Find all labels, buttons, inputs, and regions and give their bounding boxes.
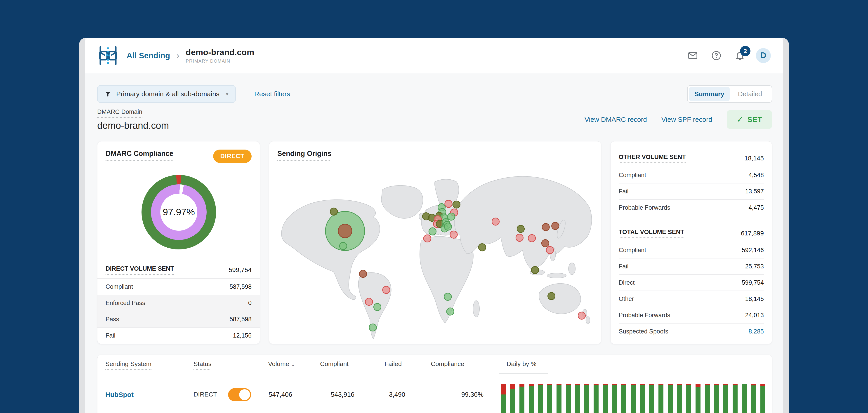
daily-bar[interactable] <box>733 384 738 413</box>
help-icon[interactable] <box>711 51 721 61</box>
mail-icon[interactable] <box>688 51 698 61</box>
direct-volume-stats: DIRECT VOLUME SENT 599,754 Compliant 587… <box>97 262 260 343</box>
origin-dot[interactable] <box>374 304 381 311</box>
user-avatar[interactable]: D <box>756 48 771 63</box>
daily-bar[interactable] <box>668 384 673 413</box>
col-daily-by-pct[interactable]: Daily by % <box>506 360 536 368</box>
reset-filters-link[interactable]: Reset filters <box>254 90 290 98</box>
origin-dot[interactable] <box>542 223 549 231</box>
daily-bar[interactable] <box>566 384 571 413</box>
origin-dot[interactable] <box>447 308 454 315</box>
daily-bar[interactable] <box>640 384 645 413</box>
stat-row: Fail 12,156 <box>97 327 260 343</box>
daily-bar[interactable] <box>557 384 561 413</box>
daily-bar[interactable] <box>695 384 701 413</box>
daily-bar[interactable] <box>529 384 534 413</box>
stat-label: Other <box>619 295 634 303</box>
view-spf-record-link[interactable]: View SPF record <box>661 116 712 123</box>
view-dmarc-record-link[interactable]: View DMARC record <box>585 116 647 123</box>
origin-dot[interactable] <box>552 222 559 229</box>
tab-summary[interactable]: Summary <box>689 87 730 101</box>
origin-dot[interactable] <box>528 234 535 242</box>
tab-detailed[interactable]: Detailed <box>730 87 770 101</box>
enforcement-toggle[interactable] <box>228 388 251 401</box>
col-status[interactable]: Status <box>193 360 211 370</box>
origin-dot[interactable] <box>450 231 457 238</box>
origin-dot[interactable] <box>541 240 549 247</box>
daily-bar[interactable] <box>520 384 524 413</box>
daily-bar[interactable] <box>649 384 654 413</box>
stat-row: Pass 587,598 <box>97 311 260 327</box>
daily-bar[interactable] <box>714 384 719 413</box>
col-compliance[interactable]: Compliance <box>431 360 464 368</box>
daily-bar-failed <box>510 384 515 389</box>
brand-logo-icon[interactable] <box>97 45 119 66</box>
row-compliant: 543,916 <box>313 391 354 398</box>
stat-value: 24,013 <box>745 312 764 319</box>
daily-bar[interactable] <box>686 384 691 413</box>
dmarc-domain-value: demo-brand.com <box>97 120 169 131</box>
world-map[interactable] <box>273 168 597 341</box>
daily-compliance-bar-chart[interactable] <box>501 384 765 413</box>
compliance-donut-inner-ring: 97.97% <box>151 184 207 240</box>
daily-bar[interactable] <box>538 384 543 413</box>
sending-system-link[interactable]: HubSpot <box>105 391 133 399</box>
compliance-donut-chart[interactable]: 97.97% <box>142 175 216 249</box>
origin-dot[interactable] <box>424 235 431 242</box>
daily-bar[interactable] <box>658 384 663 413</box>
daily-bar[interactable] <box>575 384 580 413</box>
origin-dot[interactable] <box>429 228 436 235</box>
suspected-spoofs-link[interactable]: 8,285 <box>748 328 764 335</box>
notifications-bell-icon[interactable]: 2 <box>735 51 745 61</box>
origin-dot[interactable] <box>444 293 452 300</box>
origin-dot[interactable] <box>548 292 555 299</box>
origin-dot[interactable] <box>447 213 455 220</box>
sending-systems-table: Sending System Status Volume↓ Compliant … <box>97 355 772 413</box>
origin-dot[interactable] <box>360 270 367 278</box>
origin-dot[interactable] <box>516 234 523 241</box>
col-sending-system[interactable]: Sending System <box>105 360 151 370</box>
compliance-percent: 97.97% <box>163 207 195 218</box>
origin-dot[interactable] <box>531 266 539 274</box>
origin-dot[interactable] <box>444 223 452 230</box>
notification-count-badge[interactable]: 2 <box>740 46 750 56</box>
daily-bar[interactable] <box>547 384 552 413</box>
daily-bar[interactable] <box>761 384 765 413</box>
origin-dot[interactable] <box>578 312 585 319</box>
col-volume[interactable]: Volume↓ <box>268 360 294 368</box>
origin-dot[interactable] <box>330 208 338 215</box>
daily-bar[interactable] <box>603 384 608 413</box>
scope-filter-dropdown[interactable]: Primary domain & all sub-domains ▾ <box>97 85 236 103</box>
daily-bar[interactable] <box>594 384 598 413</box>
daily-bar[interactable] <box>631 384 636 413</box>
origin-dot[interactable] <box>365 298 373 306</box>
origin-dot[interactable] <box>383 286 390 293</box>
origin-dot[interactable] <box>340 243 347 250</box>
origin-dot[interactable] <box>546 247 553 254</box>
origin-dot[interactable] <box>517 225 524 232</box>
dmarc-set-status-button[interactable]: ✓ SET <box>727 110 772 129</box>
daily-bar[interactable] <box>723 384 728 413</box>
breadcrumb-root[interactable]: All Sending <box>127 51 170 60</box>
daily-bar[interactable] <box>501 384 506 413</box>
origin-dot[interactable] <box>369 324 376 331</box>
col-failed[interactable]: Failed <box>384 360 402 368</box>
daily-bar[interactable] <box>510 384 515 413</box>
origin-dot[interactable] <box>445 200 452 208</box>
row-compliance: 99.36% <box>445 391 484 398</box>
origin-dot[interactable] <box>478 244 486 251</box>
stat-label: Fail <box>619 188 629 195</box>
origin-dot[interactable] <box>453 201 460 208</box>
daily-bar[interactable] <box>705 384 710 413</box>
col-compliant[interactable]: Compliant <box>320 360 348 368</box>
direct-volume-header-label: DIRECT VOLUME SENT <box>105 265 174 275</box>
origin-bubble-core[interactable] <box>338 224 352 238</box>
origin-dot[interactable] <box>492 218 499 225</box>
daily-bar[interactable] <box>612 384 617 413</box>
daily-bar[interactable] <box>751 384 756 413</box>
daily-bar[interactable] <box>677 384 682 413</box>
daily-bar[interactable] <box>584 384 589 413</box>
daily-bar[interactable] <box>742 384 747 413</box>
page-title: demo-brand.com <box>186 48 254 57</box>
daily-bar[interactable] <box>621 384 626 413</box>
